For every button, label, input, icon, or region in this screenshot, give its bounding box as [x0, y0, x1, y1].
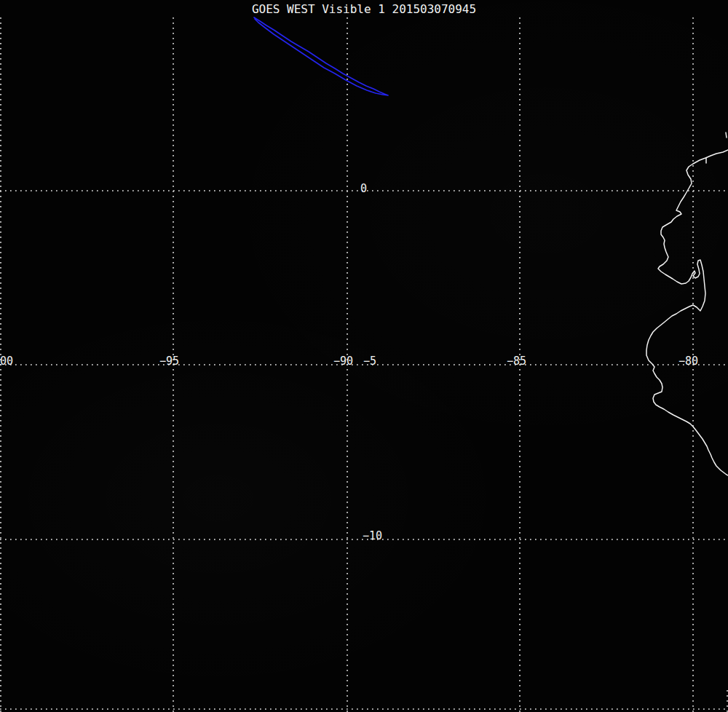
- grid-label-lon-100: 00: [0, 356, 13, 367]
- grid-label-lon-85: −85: [507, 356, 526, 367]
- satellite-image-viewer: GOES WEST Visible 1 201503070945 0 00 −9…: [0, 0, 728, 712]
- grid-label-lat-5: −5: [363, 356, 376, 367]
- grid-label-lon-95: −95: [159, 356, 179, 367]
- image-title: GOES WEST Visible 1 201503070945: [0, 3, 728, 16]
- grid-label-lon-90: −90: [333, 356, 353, 367]
- coastline: [646, 150, 728, 476]
- grid-label-lat-0: 0: [360, 183, 367, 194]
- coastline-fragment: [726, 132, 727, 138]
- storm-track: [254, 17, 388, 95]
- grid-label-lat-10: −10: [363, 531, 382, 542]
- grid-label-lon-80: −80: [678, 356, 698, 367]
